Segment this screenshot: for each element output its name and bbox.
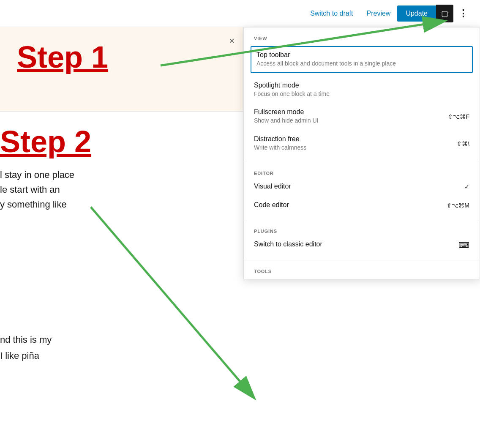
step2-block: Step 2 (0, 112, 243, 167)
switch-classic-content: Switch to classic editor (254, 240, 452, 249)
bottom-line-1: nd this is my (0, 332, 52, 347)
fullscreen-content: Fullscreen mode Show and hide admin UI (254, 108, 441, 125)
bottom-text: nd this is my I like piña (0, 332, 52, 363)
fullscreen-title: Fullscreen mode (254, 108, 441, 116)
switch-classic-title: Switch to classic editor (254, 240, 452, 248)
close-button[interactable]: × (229, 36, 235, 46)
distraction-free-item[interactable]: Distraction free Write with calmness ⇧⌘\ (244, 130, 480, 157)
step1-block: Step 1 × (0, 27, 243, 112)
tools-section-label: TOOLS (244, 265, 480, 276)
editor-section-label: EDITOR (244, 167, 480, 178)
fullscreen-mode-item[interactable]: Fullscreen mode Show and hide admin UI ⇧… (244, 103, 480, 130)
visual-editor-content: Visual editor (254, 183, 458, 191)
distraction-title: Distraction free (254, 135, 450, 143)
editor-section: EDITOR Visual editor ✓ Code editor ⇧⌥⌘M (244, 162, 480, 220)
visual-editor-title: Visual editor (254, 183, 458, 190)
top-toolbar-desc: Access all block and document tools in a… (256, 60, 467, 68)
plugins-section: PLUGINS Switch to classic editor ⌨ (244, 220, 480, 260)
view-section-label: VIEW (244, 33, 480, 43)
view-section: VIEW Top toolbar Access all block and do… (244, 27, 480, 162)
step2-heading: Step 2 (0, 125, 91, 158)
spotlight-desc: Focus on one block at a time (254, 90, 469, 98)
keyboard-icon: ⌨ (458, 240, 469, 250)
more-options-button[interactable]: ⋮ (453, 5, 473, 22)
distraction-content: Distraction free Write with calmness (254, 135, 450, 152)
spotlight-content: Spotlight mode Focus on one block at a t… (254, 82, 469, 98)
code-editor-content: Code editor (254, 201, 440, 210)
body-content: l stay in one place le start with an y s… (0, 167, 243, 212)
top-toolbar-title: Top toolbar (256, 51, 467, 59)
update-button[interactable]: Update (397, 5, 436, 22)
code-editor-item[interactable]: Code editor ⇧⌥⌘M (244, 196, 480, 215)
plugins-section-label: PLUGINS (244, 225, 480, 235)
update-chevron-button[interactable]: ▢ (436, 5, 453, 22)
distraction-desc: Write with calmness (254, 144, 450, 152)
code-editor-shortcut: ⇧⌥⌘M (447, 202, 469, 209)
code-editor-title: Code editor (254, 201, 440, 209)
top-toolbar-content: Top toolbar Access all block and documen… (256, 51, 467, 68)
sidebar-icon: ▢ (441, 9, 448, 18)
visual-editor-item[interactable]: Visual editor ✓ (244, 178, 480, 196)
header-bar: Switch to draft Preview Update ▢ ⋮ (0, 0, 480, 27)
switch-to-draft-button[interactable]: Switch to draft (303, 6, 360, 21)
spotlight-title: Spotlight mode (254, 82, 469, 89)
fullscreen-desc: Show and hide admin UI (254, 117, 441, 125)
tools-section: TOOLS (244, 260, 480, 279)
visual-editor-check: ✓ (464, 183, 469, 190)
fullscreen-shortcut: ⇧⌥⌘F (448, 113, 469, 120)
dropdown-panel: VIEW Top toolbar Access all block and do… (243, 27, 480, 279)
distraction-shortcut: ⇧⌘\ (457, 140, 469, 147)
spotlight-mode-item[interactable]: Spotlight mode Focus on one block at a t… (244, 76, 480, 104)
top-toolbar-item[interactable]: Top toolbar Access all block and documen… (251, 46, 473, 73)
switch-classic-item[interactable]: Switch to classic editor ⌨ (244, 235, 480, 255)
editor-area: Step 1 × Step 2 l stay in one place le s… (0, 27, 243, 448)
bottom-line-2: I like piña (0, 348, 52, 363)
step1-heading: Step 1 (17, 40, 108, 74)
body-line-1: l stay in one place (0, 167, 243, 182)
preview-button[interactable]: Preview (360, 6, 398, 21)
body-line-3: y something like (0, 197, 243, 212)
body-line-2: le start with an (0, 182, 243, 197)
